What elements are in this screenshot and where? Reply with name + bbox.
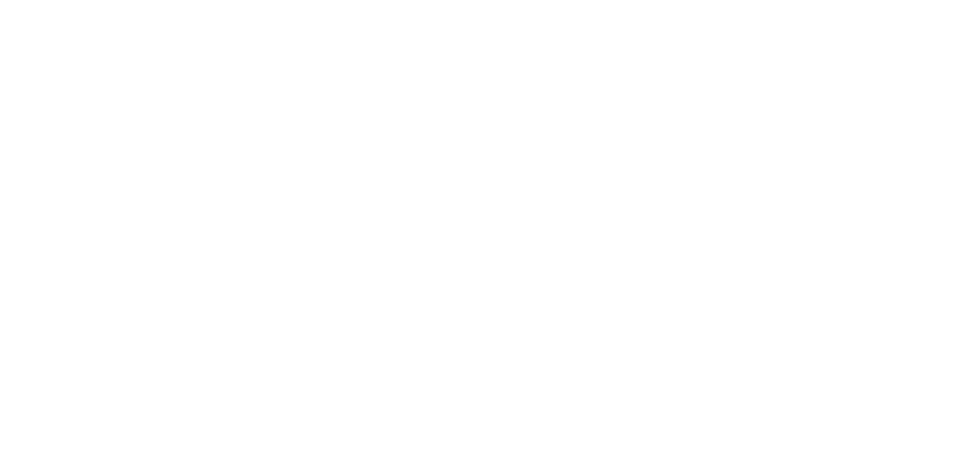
spreadsheet [0,0,980,469]
